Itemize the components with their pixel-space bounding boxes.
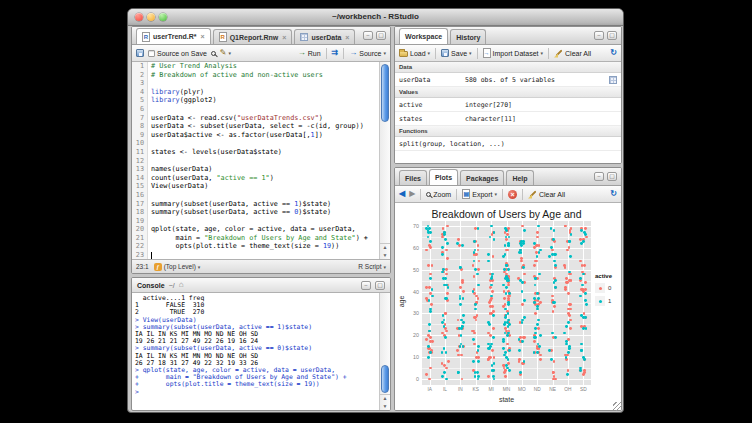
- find-button[interactable]: [211, 51, 216, 56]
- rerun-icon: ⇉: [332, 49, 339, 57]
- chevron-down-icon: ▾: [229, 50, 232, 56]
- object-value: 580 obs. of 5 variables: [465, 76, 609, 84]
- scope-label: (Top Level): [164, 263, 196, 270]
- tab-packages[interactable]: Packages: [460, 170, 504, 185]
- scope-selector[interactable]: f (Top Level) ▾: [154, 263, 201, 271]
- data-point: [581, 264, 584, 267]
- data-point: [537, 225, 540, 228]
- maximize-pane-button[interactable]: ▢: [376, 31, 386, 40]
- data-point: [488, 301, 491, 304]
- data-point: [580, 229, 583, 232]
- view-data-grid-icon[interactable]: [609, 76, 617, 84]
- data-point: [441, 351, 444, 354]
- legend-label: 0: [608, 285, 611, 291]
- export-plot-button[interactable]: ▤ Export ▾: [462, 189, 497, 199]
- minimize-pane-button[interactable]: −: [594, 172, 604, 181]
- x-tick-label: KS: [469, 387, 483, 392]
- save-button[interactable]: [136, 49, 144, 57]
- data-point: [580, 288, 583, 291]
- scrollbar-thumb[interactable]: [381, 365, 389, 393]
- data-point: [428, 299, 431, 302]
- close-tab-icon[interactable]: ×: [282, 34, 286, 41]
- scrollbar-arrows[interactable]: ▲▼: [380, 394, 390, 410]
- data-point: [431, 264, 434, 267]
- maximize-pane-button[interactable]: ▢: [375, 281, 385, 290]
- data-point: [585, 303, 588, 306]
- scrollbar-arrows[interactable]: ▲▼: [380, 243, 390, 259]
- console-header: Console ~/ ⌂ − ▢: [132, 278, 390, 293]
- workspace-row-active[interactable]: active integer[270]: [395, 98, 621, 112]
- scrollbar-thumb[interactable]: [381, 64, 389, 122]
- data-point: [506, 321, 509, 324]
- workspace-row-states[interactable]: states character[11]: [395, 112, 621, 126]
- checkbox-icon[interactable]: [148, 50, 155, 57]
- rerun-button[interactable]: ⇉: [332, 49, 339, 57]
- minimize-pane-button[interactable]: −: [361, 281, 371, 290]
- tab-files[interactable]: Files: [399, 170, 427, 185]
- source-on-save-checkbox[interactable]: Source on Save: [148, 50, 207, 57]
- zoom-plot-button[interactable]: Zoom: [426, 191, 451, 198]
- import-dataset-button[interactable]: → Import Dataset ▾: [483, 48, 543, 58]
- tab-history[interactable]: History: [450, 29, 486, 44]
- close-tab-icon[interactable]: ×: [201, 33, 205, 40]
- console-output[interactable]: active....1 freq1 FALSE 3102 TRUE 270> V…: [132, 293, 379, 410]
- data-point: [489, 286, 492, 289]
- load-workspace-button[interactable]: Load ▾: [399, 49, 430, 57]
- window-resize-grip[interactable]: [613, 402, 622, 411]
- tab-plots[interactable]: Plots: [429, 169, 458, 185]
- data-point: [533, 242, 536, 245]
- data-point: [554, 264, 557, 267]
- refresh-icon[interactable]: ↻: [610, 190, 617, 198]
- console-scrollbar[interactable]: ▲▼: [379, 293, 390, 410]
- tab-label: Files: [405, 175, 421, 182]
- code-line: 19: [132, 217, 379, 226]
- source-button[interactable]: → Source ▾: [349, 49, 386, 57]
- code-token: 19: [323, 242, 331, 250]
- code-tools-button[interactable]: ✎ ▾: [220, 49, 231, 57]
- file-type-selector[interactable]: R Script ▾: [358, 263, 386, 270]
- data-grid-icon: [300, 33, 308, 41]
- data-point: [505, 229, 508, 232]
- tab-userdata[interactable]: userData ×: [294, 29, 355, 44]
- import-dataset-icon: →: [483, 48, 491, 58]
- data-point: [444, 238, 447, 241]
- tab-q1report-rnw[interactable]: R Q1Report.Rnw ×: [213, 29, 293, 44]
- maximize-pane-button[interactable]: ▢: [607, 31, 617, 40]
- data-point: [456, 349, 459, 352]
- chart-panel: [422, 221, 591, 385]
- editor-scrollbar[interactable]: ▲▼: [379, 62, 390, 259]
- function-scope-icon: f: [154, 263, 162, 271]
- save-workspace-button[interactable]: Save ▾: [441, 49, 471, 57]
- data-point: [534, 284, 537, 287]
- minimize-pane-button[interactable]: −: [594, 31, 604, 40]
- tab-help[interactable]: Help: [506, 170, 533, 185]
- source-pane: R userTrend.R* × R Q1Report.Rnw × userDa…: [131, 26, 391, 274]
- data-point: [442, 227, 445, 230]
- data-point: [493, 356, 496, 359]
- data-point: [538, 273, 541, 276]
- tab-workspace[interactable]: Workspace: [399, 28, 448, 44]
- workspace-row-userdata[interactable]: userData 580 obs. of 5 variables: [395, 73, 621, 87]
- remove-plot-icon[interactable]: ×: [508, 190, 517, 199]
- data-point: [564, 288, 567, 291]
- workspace-row-split[interactable]: split(group, location, ...): [395, 137, 621, 151]
- data-point: [477, 244, 480, 247]
- close-tab-icon[interactable]: ×: [345, 34, 349, 41]
- refresh-icon[interactable]: ↻: [610, 49, 617, 57]
- maximize-pane-button[interactable]: ▢: [607, 172, 617, 181]
- title-bar[interactable]: ~/workbench - RStudio: [128, 9, 623, 26]
- clear-all-button[interactable]: Clear All: [554, 49, 591, 58]
- workspace-toolbar: Load ▾ Save ▾ → Import Dataset ▾: [395, 45, 621, 62]
- run-button[interactable]: → Run: [298, 49, 321, 57]
- forward-arrow-icon[interactable]: ▶: [409, 190, 415, 198]
- clear-all-plots-button[interactable]: Clear All: [528, 190, 565, 199]
- plots-pane: Files Plots Packages Help − ▢ ◀ ▶ Zo: [394, 167, 622, 411]
- working-directory-icon[interactable]: ⌂: [179, 281, 184, 289]
- data-point: [506, 334, 509, 337]
- x-tick-label: NE: [546, 387, 560, 392]
- code-editor[interactable]: 1# User Trend Analysis2# Breakdown of ac…: [132, 62, 379, 259]
- back-arrow-icon[interactable]: ◀: [399, 190, 405, 198]
- minimize-pane-button[interactable]: −: [363, 31, 373, 40]
- tab-usertrend-r[interactable]: R userTrend.R* ×: [136, 28, 211, 44]
- data-point: [567, 351, 570, 354]
